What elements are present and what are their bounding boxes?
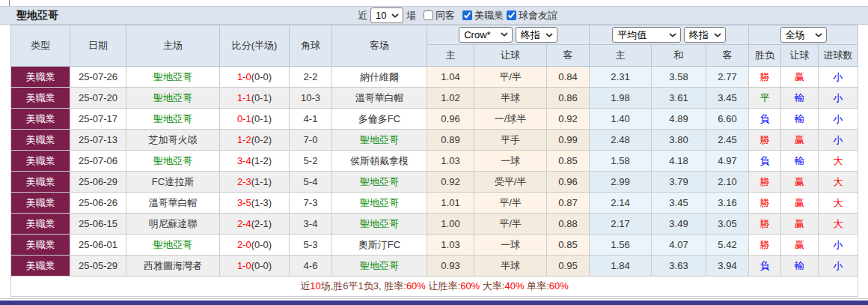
- cell-result: 負: [749, 109, 781, 130]
- team-header-bar: 聖地亞哥 近 10 場 同客 美職業 球會友誼: [0, 6, 868, 25]
- chevron-down-icon: [545, 33, 553, 37]
- cell-score[interactable]: 1-1(0-1): [220, 88, 290, 109]
- cell-odds-away: 0.85: [547, 151, 590, 172]
- cell-avg-draw: 3.80: [652, 130, 706, 151]
- recent-count-value: 10: [376, 10, 386, 21]
- cell-home-team[interactable]: 聖地亞哥: [126, 235, 220, 256]
- odds-provider-value: Crow*: [464, 29, 490, 40]
- matches-table: 类型 日期 主场 比分(半场) 角球 客场 Crow* 终指 平均值: [10, 25, 858, 297]
- cell-avg-home: 2.99: [590, 172, 652, 193]
- cell-type: 美職業: [11, 88, 70, 109]
- cell-score[interactable]: 1-0(0-0): [220, 67, 290, 88]
- avg-provider-select[interactable]: 平均值: [612, 27, 681, 43]
- cell-score[interactable]: 2-0(0-0): [220, 235, 290, 256]
- cell-score[interactable]: 0-1(0-1): [220, 109, 290, 130]
- cell-avg-away: 3.94: [706, 256, 749, 277]
- same-away-checkbox[interactable]: [424, 10, 433, 20]
- cell-away-team[interactable]: 聖地亞哥: [332, 193, 427, 214]
- cell-odds-home: 1.03: [427, 151, 474, 172]
- cell-home-team[interactable]: 西雅圖海灣者: [126, 256, 220, 277]
- cell-away-team[interactable]: 聖地亞哥: [332, 130, 427, 151]
- league-option: 美職業: [462, 9, 504, 22]
- cell-odds-away: 0.85: [547, 235, 590, 256]
- cell-avg-home: 2.14: [590, 193, 652, 214]
- friendly-label: 球會友誼: [519, 9, 557, 22]
- cell-type: 美職業: [11, 214, 70, 235]
- scope-select[interactable]: 全场: [780, 27, 827, 43]
- cell-home-team[interactable]: 溫哥華白帽: [126, 193, 220, 214]
- cell-avg-draw: 3.49: [652, 214, 706, 235]
- odds-provider-select[interactable]: Crow*: [459, 27, 513, 43]
- cell-odds-handicap: 半球: [474, 256, 547, 277]
- cell-avg-away: 5.42: [706, 235, 749, 256]
- cell-avg-away: 2.45: [706, 130, 749, 151]
- chevron-down-icon: [815, 33, 822, 37]
- recent-count-select[interactable]: 10: [370, 7, 403, 23]
- cell-away-team[interactable]: 聖地亞哥: [332, 172, 427, 193]
- cell-type: 美職業: [11, 193, 70, 214]
- cell-odds-home: 1.04: [427, 67, 474, 88]
- cell-odds-handicap: 平手: [474, 130, 547, 151]
- cell-type: 美職業: [11, 109, 70, 130]
- avg-stage-select[interactable]: 终指: [684, 27, 726, 43]
- cell-result: 勝: [749, 235, 781, 256]
- avg-provider-value: 平均值: [617, 28, 647, 42]
- cell-odds-away: 0.84: [547, 67, 590, 88]
- average-group-header: 平均值 终指: [590, 25, 749, 45]
- odds-group-header: Crow* 终指: [427, 25, 590, 45]
- cell-goals: 小: [819, 235, 858, 256]
- cell-away-team[interactable]: 奧斯汀FC: [332, 235, 427, 256]
- league-checkbox[interactable]: [462, 10, 472, 20]
- top-edge-tick: [9, 0, 10, 6]
- cell-away-team[interactable]: 溫哥華白帽: [332, 88, 427, 109]
- col-header-corner: 角球: [290, 25, 332, 67]
- match-rows: 美職業25-07-26聖地亞哥1-0(0-0)2-2納什維爾1.04平/半0.8…: [11, 67, 858, 277]
- cell-home-team[interactable]: 聖地亞哥: [126, 151, 220, 172]
- cell-score[interactable]: 2-4(2-1): [220, 214, 290, 235]
- odds-stage-value: 终指: [521, 28, 540, 42]
- cell-goals: 小: [819, 256, 858, 277]
- near-label: 近: [358, 9, 367, 22]
- cell-home-team[interactable]: FC達拉斯: [126, 172, 220, 193]
- sub-header-avg-away: 客: [706, 45, 749, 67]
- cell-avg-draw: 4.18: [652, 151, 706, 172]
- cell-corner: 3-4: [290, 214, 332, 235]
- cell-odds-handicap: 半球: [474, 88, 547, 109]
- cell-avg-away: 3.05: [706, 214, 749, 235]
- cell-away-team[interactable]: 多倫多FC: [332, 109, 427, 130]
- cell-home-team[interactable]: 明尼蘇達聯: [126, 214, 220, 235]
- chevron-down-icon: [391, 13, 399, 18]
- match-row: 美職業25-07-26聖地亞哥1-0(0-0)2-2納什維爾1.04平/半0.8…: [11, 67, 858, 88]
- cell-handicap-result: 赢: [781, 172, 819, 193]
- cell-away-team[interactable]: 侯斯頓戴拿模: [332, 151, 427, 172]
- cell-home-team[interactable]: 芝加哥火燄: [126, 130, 220, 151]
- sub-header-odds-away: 客: [547, 45, 590, 67]
- cell-score[interactable]: 2-3(1-1): [220, 172, 290, 193]
- cell-date: 25-06-26: [70, 193, 126, 214]
- cell-score[interactable]: 1-2(0-2): [220, 130, 290, 151]
- cell-odds-home: 0.92: [427, 172, 474, 193]
- cell-home-team[interactable]: 聖地亞哥: [126, 109, 220, 130]
- friendly-checkbox[interactable]: [507, 10, 516, 20]
- cell-away-team[interactable]: 聖地亞哥: [332, 214, 427, 235]
- cell-away-team[interactable]: 聖地亞哥: [332, 256, 427, 277]
- cell-score[interactable]: 1-0(0-0): [220, 256, 290, 277]
- sub-header-result: 胜负: [749, 45, 781, 67]
- odds-stage-select[interactable]: 终指: [516, 27, 557, 43]
- cell-score[interactable]: 3-5(1-3): [220, 193, 290, 214]
- cell-home-team[interactable]: 聖地亞哥: [126, 88, 220, 109]
- match-row: 美職業25-06-01聖地亞哥2-0(0-0)5-3奧斯汀FC1.03一球0.8…: [11, 235, 858, 256]
- cell-odds-home: 1.01: [427, 193, 474, 214]
- league-label: 美職業: [474, 9, 504, 22]
- cell-score[interactable]: 3-4(1-2): [220, 151, 290, 172]
- cell-home-team[interactable]: 聖地亞哥: [126, 67, 220, 88]
- cell-handicap-result: 輸: [781, 88, 819, 109]
- cell-odds-away: 0.95: [547, 256, 590, 277]
- cell-avg-draw: 3.61: [652, 88, 706, 109]
- summary-row: 近10场,胜6平1负3, 胜率:60% 让胜率:60% 大率:40% 单率:60…: [11, 277, 858, 297]
- cell-goals: 大: [819, 193, 858, 214]
- cell-odds-home: 1.03: [427, 235, 474, 256]
- sub-header-handicap-result: 让球: [781, 45, 819, 67]
- cell-away-team[interactable]: 納什維爾: [332, 67, 427, 88]
- cell-corner: 2-2: [290, 67, 332, 88]
